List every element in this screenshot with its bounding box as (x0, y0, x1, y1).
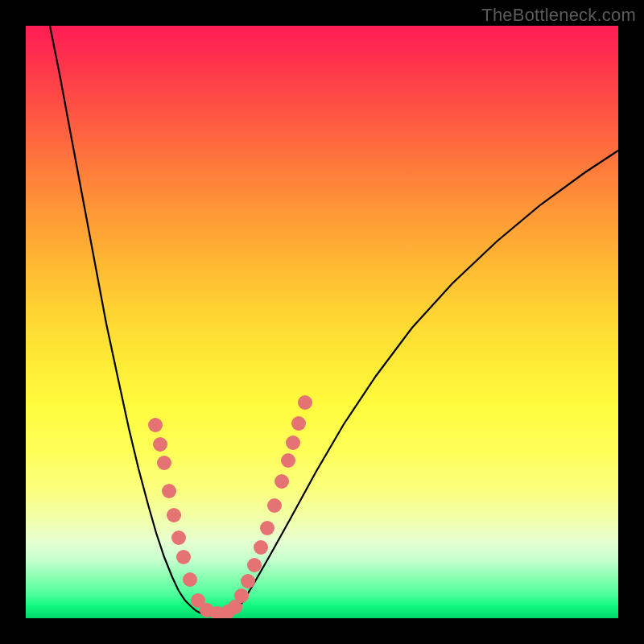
marker-dot (148, 418, 163, 432)
marker-cluster-left (148, 418, 235, 618)
outer-frame: TheBottleneck.com (0, 0, 644, 644)
marker-dot (247, 558, 262, 572)
marker-dot (291, 416, 306, 431)
marker-dot (286, 436, 300, 450)
marker-dot (281, 453, 295, 468)
marker-dot (183, 572, 197, 587)
marker-dot (254, 540, 268, 555)
watermark-text: TheBottleneck.com (481, 5, 636, 26)
marker-dot (176, 550, 191, 564)
marker-dot (153, 437, 167, 452)
marker-cluster-right (228, 395, 312, 614)
marker-dot (157, 456, 171, 470)
marker-dot (275, 474, 289, 489)
left-curve (50, 26, 201, 613)
marker-dot (167, 508, 181, 522)
marker-dot (162, 484, 176, 498)
marker-dot (260, 521, 275, 535)
chart-svg (26, 26, 618, 618)
marker-dot (241, 574, 255, 588)
marker-dot (234, 588, 249, 603)
marker-dot (267, 498, 282, 513)
right-curve (233, 151, 618, 613)
marker-dot (171, 530, 186, 545)
marker-dot (298, 395, 312, 410)
curve-group (50, 26, 618, 616)
